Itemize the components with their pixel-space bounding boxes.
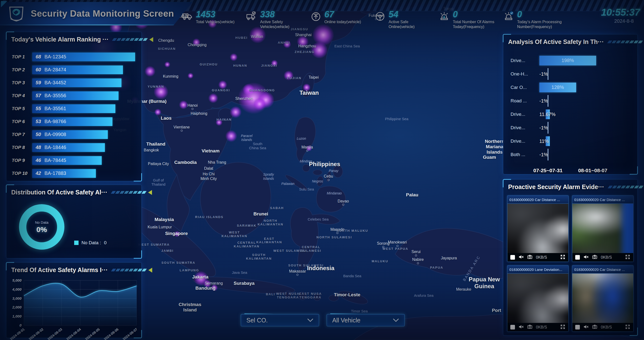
truck-shield-icon — [246, 11, 257, 22]
fullscreen-icon[interactable] — [625, 254, 630, 261]
kpi-label: Online today(vehicle) — [324, 20, 361, 25]
fullscreen-icon[interactable] — [560, 254, 566, 261]
analysis-bar-zone: -1% — [539, 123, 631, 133]
ranking-bar-track: 48BA-18446 — [32, 143, 135, 152]
slash-decor — [616, 186, 622, 188]
stop-button[interactable] — [575, 255, 580, 260]
ranking-row[interactable]: TOP 848BA-18446 — [12, 141, 135, 154]
ranking-row[interactable]: TOP 359BA-34452 — [12, 76, 135, 89]
analysis-bar-zone: 11.67% — [539, 109, 631, 119]
kpi-stat: 1453Total Vehicles(vehicle) — [182, 10, 246, 25]
mute-icon[interactable] — [518, 324, 524, 330]
video-tile[interactable]: 018300000020 Car Distance ...0KB/S — [572, 195, 634, 262]
mute-icon[interactable] — [583, 254, 589, 261]
vehicle-select[interactable]: All Vehicle — [327, 314, 405, 326]
analysis-bar-value: 11.67% — [539, 111, 556, 117]
ranking-rank-label: TOP 2 — [12, 67, 32, 73]
svg-text:2024-08-07: 2024-08-07 — [122, 327, 138, 340]
clock: 10:55:37 2024-8-8 — [601, 7, 640, 24]
video-frame[interactable] — [508, 274, 568, 323]
video-frame[interactable] — [572, 204, 633, 253]
ranking-row[interactable]: TOP 555BA-35561 — [12, 102, 135, 115]
video-tile[interactable]: 018300000020 Lane Deviation...0KB/S — [507, 265, 568, 332]
svg-text:2024-08-01: 2024-08-01 — [9, 327, 25, 340]
ranking-plate: BA-17883 — [44, 171, 66, 176]
donut-chart: No Data 0% — [19, 204, 64, 250]
mute-icon[interactable] — [583, 324, 589, 330]
ranking-value: 53 — [36, 119, 41, 124]
analysis-bar-value: -1% — [539, 125, 548, 130]
snapshot-camera-icon[interactable] — [592, 254, 598, 261]
stream-rate: 0KB/S — [601, 255, 612, 260]
video-tile[interactable]: 018300000020 Car Distance ...0KB/S — [507, 195, 568, 262]
company-select[interactable]: Sel CO. — [241, 314, 319, 326]
kpi-stat: 54Active Safe Online(vehicle) — [374, 10, 438, 29]
snapshot-camera-icon[interactable] — [592, 324, 598, 330]
kpi-stat: 0Total Number Of Alarms Today(Frequency) — [438, 10, 503, 29]
ranking-rank-label: TOP 9 — [12, 158, 32, 163]
video-tile[interactable]: 018300000020 Car Distance ...0KB/S — [572, 265, 634, 332]
video-frame[interactable] — [572, 274, 633, 323]
kpi-value: 67 — [324, 10, 361, 19]
ranking-bar: 42BA-17883 — [32, 169, 96, 178]
ranking-bar-track: 50BA-09908 — [32, 130, 135, 139]
ranking-bar: 46BA-78445 — [32, 156, 102, 165]
analysis-category-label: Drive... — [510, 58, 539, 63]
fullscreen-icon[interactable] — [560, 324, 566, 330]
stop-button[interactable] — [575, 325, 580, 329]
stop-button[interactable] — [510, 255, 515, 260]
ranking-row[interactable]: TOP 653BA-98766 — [12, 115, 135, 128]
truck-icon — [182, 11, 193, 22]
stream-rate: 0KB/S — [536, 255, 547, 260]
ranking-rank-label: TOP 10 — [12, 171, 32, 176]
ranking-list: TOP 168BA-12345TOP 260BA-28474TOP 359BA-… — [6, 45, 142, 180]
fullscreen-icon[interactable] — [625, 324, 630, 330]
mute-icon[interactable] — [518, 254, 524, 261]
ranking-plate: BA-12345 — [44, 54, 66, 60]
ranking-row[interactable]: TOP 946BA-78445 — [12, 154, 135, 167]
ranking-bar-track: 57BA-35556 — [32, 91, 135, 100]
ranking-plate: BA-34452 — [44, 80, 66, 85]
ranking-row[interactable]: TOP 750BA-09908 — [12, 128, 135, 141]
ranking-bar: 53BA-98766 — [32, 117, 112, 126]
ranking-plate: BA-18446 — [44, 145, 66, 150]
ranking-rank-label: TOP 6 — [12, 119, 32, 124]
clock-date: 2024-8-8 — [601, 18, 634, 24]
snapshot-camera-icon[interactable] — [527, 324, 532, 330]
page-title: Security Data Monitoring Screen — [31, 9, 174, 19]
ranking-bar-track: 53BA-98766 — [32, 117, 135, 126]
analysis-bar: 128% — [539, 83, 576, 92]
ranking-plate: BA-78445 — [44, 157, 66, 163]
ranking-plate: BA-35556 — [44, 93, 66, 98]
video-frame-blur — [508, 204, 568, 253]
stop-button[interactable] — [510, 325, 515, 329]
ranking-value: 68 — [36, 54, 41, 60]
svg-text:2024-08-02: 2024-08-02 — [28, 327, 44, 340]
analysis-bar-zone: -1% — [539, 69, 631, 79]
video-tile-title: 018300000020 Car Distance ... — [574, 198, 625, 202]
analysis-bar-zone: 11% — [539, 136, 631, 146]
slash-decor — [608, 186, 613, 188]
ranking-row[interactable]: TOP 168BA-12345 — [12, 50, 135, 63]
ranking-row[interactable]: TOP 260BA-28474 — [12, 63, 135, 76]
panel-title: Proactive Security Alarm Evide··· — [508, 184, 604, 191]
collapse-triangle-icon[interactable] — [149, 37, 153, 42]
analysis-row: Both ...-1% — [510, 148, 631, 161]
ranking-bar-track: 55BA-35561 — [32, 104, 135, 113]
stream-rate: 0KB/S — [536, 325, 547, 329]
ranking-value: 46 — [36, 157, 41, 163]
kpi-value: 54 — [388, 10, 435, 19]
svg-text:4,000: 4,000 — [12, 287, 22, 291]
ranking-value: 48 — [36, 145, 41, 150]
analysis-bar-value: 11% — [539, 138, 549, 144]
ranking-row[interactable]: TOP 457BA-35556 — [12, 89, 135, 102]
kpi-stat: 0Today's Alarm Processing Number(Frequen… — [503, 10, 567, 29]
video-controls: 0KB/S — [572, 253, 633, 262]
video-frame[interactable] — [508, 204, 568, 253]
collapse-triangle-icon[interactable] — [148, 268, 152, 273]
stream-rate: 0KB/S — [601, 325, 612, 329]
ranking-row[interactable]: TOP 1042BA-17883 — [12, 167, 135, 180]
analysis-row: Drive...11.67% — [510, 107, 631, 121]
collapse-triangle-icon[interactable] — [148, 190, 152, 195]
snapshot-camera-icon[interactable] — [527, 254, 532, 261]
